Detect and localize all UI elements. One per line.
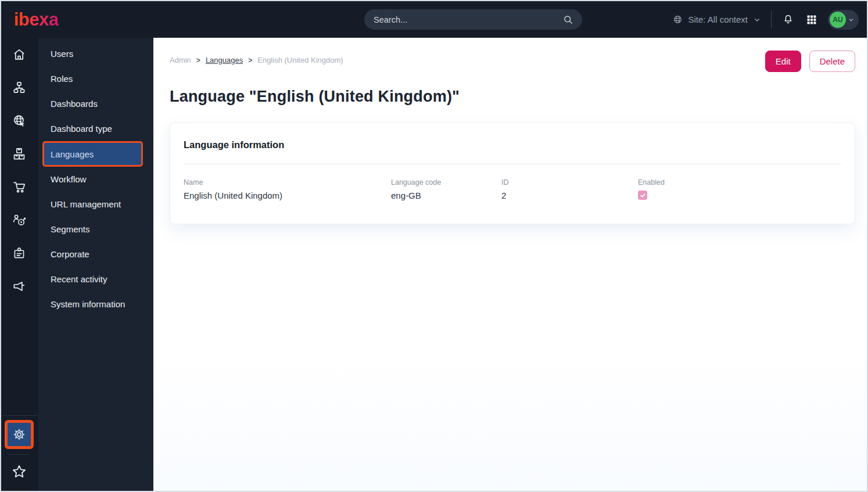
- search-input[interactable]: [372, 15, 562, 25]
- content-tree-icon: [12, 80, 27, 95]
- rail-item-corporate[interactable]: [1, 236, 38, 270]
- gear-icon: [12, 428, 26, 441]
- star-icon: [11, 464, 27, 480]
- site-context-selector[interactable]: Site: All context: [672, 14, 762, 25]
- globe-cursor-icon: [12, 113, 27, 128]
- app-switcher-button[interactable]: [805, 13, 819, 27]
- sidebar-item-languages[interactable]: Languages: [42, 141, 143, 167]
- megaphone-icon: [12, 279, 27, 294]
- topbar-right-cluster: Site: All context: [672, 1, 859, 38]
- user-menu[interactable]: AU: [828, 10, 859, 30]
- body: Users Roles Dashboards Dashboard type La…: [1, 38, 867, 491]
- breadcrumb-languages-link[interactable]: Languages: [206, 56, 243, 64]
- field-language-code: Language code eng-GB: [391, 178, 501, 200]
- ibexa-logo[interactable]: ibexa: [14, 9, 59, 30]
- audience-target-icon: [12, 213, 27, 228]
- rail-item-site[interactable]: [1, 104, 38, 137]
- notifications-button[interactable]: [781, 12, 795, 27]
- site-context-label: Site: All context: [688, 15, 748, 24]
- field-id: ID 2: [501, 178, 638, 200]
- breadcrumb-separator: >: [196, 56, 200, 64]
- site-globe-icon: [672, 14, 683, 25]
- rail-item-bookmarks[interactable]: [1, 458, 38, 485]
- rail-item-personalization[interactable]: [1, 203, 38, 236]
- field-value: eng-GB: [391, 191, 501, 200]
- rail-bottom-section: [1, 415, 37, 491]
- rail-item-content-structure[interactable]: [1, 71, 38, 104]
- language-information-card: Language information Name English (Unite…: [170, 123, 855, 224]
- boxes-icon: [12, 146, 27, 161]
- rail-item-products[interactable]: [1, 137, 38, 170]
- edit-button[interactable]: Edit: [765, 51, 801, 72]
- global-search[interactable]: [364, 9, 582, 30]
- breadcrumb-current: English (United Kingdom): [257, 56, 343, 64]
- topbar-divider: [771, 11, 772, 28]
- rail-item-home[interactable]: [1, 38, 38, 71]
- main-content: Admin > Languages > English (United King…: [153, 38, 867, 491]
- enabled-checkbox: [638, 191, 647, 200]
- rail-divider: [1, 415, 37, 416]
- sidebar-item-users[interactable]: Users: [38, 41, 153, 66]
- sidebar-item-roles[interactable]: Roles: [38, 66, 153, 91]
- field-label: Name: [184, 178, 391, 186]
- field-label: Enabled: [638, 178, 841, 186]
- grid-icon: [806, 14, 817, 26]
- breadcrumb-admin: Admin: [170, 56, 191, 64]
- chevron-down-icon: [847, 16, 855, 24]
- avatar: AU: [830, 12, 846, 28]
- top-bar: ibexa Site: All context: [1, 1, 867, 38]
- cart-icon: [12, 179, 27, 195]
- delete-button[interactable]: Delete: [809, 51, 855, 72]
- rail-item-commerce[interactable]: [1, 170, 38, 203]
- field-value: English (United Kingdom): [184, 191, 391, 200]
- sidebar-item-url-management[interactable]: URL management: [38, 192, 153, 217]
- sidebar-item-recent-activity[interactable]: Recent activity: [38, 267, 153, 292]
- rail-item-marketing[interactable]: [1, 270, 38, 303]
- sidebar-item-workflow[interactable]: Workflow: [38, 167, 153, 192]
- action-buttons: Edit Delete: [765, 51, 855, 72]
- chevron-down-icon: [752, 15, 762, 24]
- search-icon[interactable]: [562, 14, 574, 26]
- field-label: ID: [501, 178, 638, 186]
- bell-icon: [782, 13, 794, 26]
- content-header: Admin > Languages > English (United King…: [170, 38, 855, 72]
- field-label: Language code: [391, 178, 501, 186]
- sidebar-item-dashboard-type[interactable]: Dashboard type: [38, 116, 153, 141]
- card-fields: Name English (United Kingdom) Language c…: [184, 178, 841, 200]
- sidebar-item-segments[interactable]: Segments: [38, 217, 153, 242]
- card-title: Language information: [184, 139, 841, 150]
- page-title: Language "English (United Kingdom)": [170, 88, 855, 106]
- breadcrumb-separator: >: [248, 56, 252, 64]
- breadcrumb: Admin > Languages > English (United King…: [170, 56, 343, 64]
- sidebar-item-system-information[interactable]: System information: [38, 292, 153, 317]
- rail-divider-short: [9, 454, 30, 455]
- rail-item-admin-settings[interactable]: [5, 420, 34, 449]
- field-enabled: Enabled: [638, 178, 841, 200]
- app-window: ibexa Site: All context: [0, 0, 868, 492]
- badge-icon: [12, 246, 27, 261]
- admin-sidebar: Users Roles Dashboards Dashboard type La…: [38, 38, 153, 491]
- sidebar-item-dashboards[interactable]: Dashboards: [38, 91, 153, 116]
- field-name: Name English (United Kingdom): [184, 178, 391, 200]
- home-icon: [12, 47, 27, 62]
- field-value: 2: [501, 191, 638, 200]
- main-menu-rail: [1, 38, 38, 491]
- sidebar-item-corporate[interactable]: Corporate: [38, 242, 153, 267]
- card-divider: [184, 164, 841, 164]
- check-icon: [640, 192, 646, 199]
